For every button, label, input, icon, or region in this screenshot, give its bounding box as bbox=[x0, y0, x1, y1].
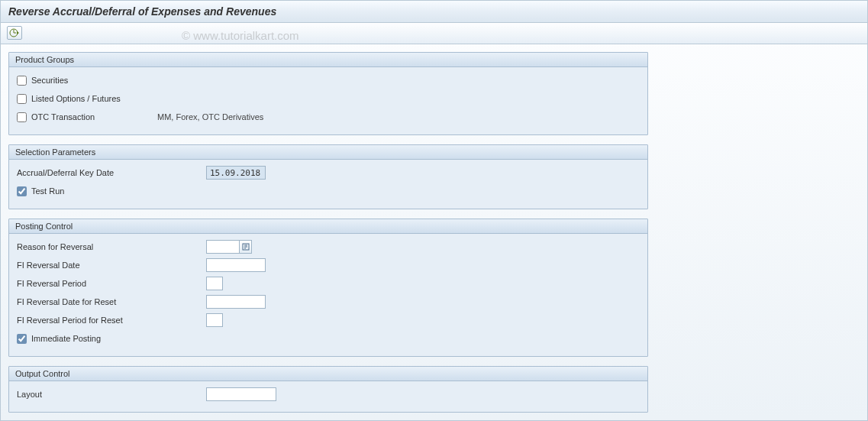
group-header-output: Output Control bbox=[9, 367, 647, 381]
execute-button[interactable] bbox=[7, 26, 22, 40]
title-text: Reverse Accrual/Deferral of Expenses and… bbox=[8, 5, 276, 18]
window: Reverse Accrual/Deferral of Expenses and… bbox=[0, 0, 868, 421]
label-listed: Listed Options / Futures bbox=[31, 94, 121, 103]
group-header-product: Product Groups bbox=[9, 53, 647, 67]
input-fi-reversal-date[interactable] bbox=[206, 258, 266, 272]
content-area: Product Groups Securities Listed Options… bbox=[1, 44, 867, 421]
label-keydate: Accrual/Deferral Key Date bbox=[17, 168, 206, 177]
checkbox-listed-options[interactable] bbox=[17, 94, 27, 104]
checkbox-otc[interactable] bbox=[17, 112, 27, 122]
label-layout: Layout bbox=[17, 390, 206, 399]
group-header-selection: Selection Parameters bbox=[9, 145, 647, 160]
toolbar bbox=[1, 23, 867, 44]
label-immediate: Immediate Posting bbox=[31, 334, 101, 343]
row-fi-date-reset: FI Reversal Date for Reset bbox=[17, 293, 640, 310]
input-reason-for-reversal[interactable] bbox=[206, 240, 240, 254]
input-fi-reversal-period-reset[interactable] bbox=[206, 313, 223, 327]
row-fi-period: FI Reversal Period bbox=[17, 275, 640, 292]
checkbox-securities[interactable] bbox=[17, 76, 27, 86]
row-fi-period-reset: FI Reversal Period for Reset bbox=[17, 312, 640, 329]
otc-description: MM, Forex, OTC Derivatives bbox=[157, 112, 263, 121]
row-immediate: Immediate Posting bbox=[17, 330, 640, 347]
label-fi-date: FI Reversal Date bbox=[17, 261, 206, 270]
label-fi-period-reset: FI Reversal Period for Reset bbox=[17, 316, 206, 325]
row-otc: OTC Transaction MM, Forex, OTC Derivativ… bbox=[17, 108, 640, 125]
label-testrun: Test Run bbox=[31, 186, 64, 196]
checkbox-immediate-posting[interactable] bbox=[17, 334, 27, 344]
f4-help-button[interactable] bbox=[240, 240, 252, 254]
input-layout[interactable] bbox=[206, 387, 276, 401]
group-header-posting: Posting Control bbox=[9, 219, 647, 234]
label-securities: Securities bbox=[31, 76, 68, 85]
row-listed: Listed Options / Futures bbox=[17, 90, 640, 107]
row-fi-date: FI Reversal Date bbox=[17, 257, 640, 274]
label-otc: OTC Transaction bbox=[31, 112, 95, 121]
group-product-groups: Product Groups Securities Listed Options… bbox=[8, 52, 648, 135]
row-testrun: Test Run bbox=[17, 183, 640, 199]
page-title: Reverse Accrual/Deferral of Expenses and… bbox=[1, 1, 867, 23]
input-fi-reversal-period[interactable] bbox=[206, 277, 223, 290]
checkbox-test-run[interactable] bbox=[17, 186, 27, 196]
label-reason: Reason for Reversal bbox=[17, 242, 206, 251]
input-fi-reversal-date-reset[interactable] bbox=[206, 295, 266, 309]
input-keydate[interactable]: 15.09.2018 bbox=[206, 166, 266, 180]
row-layout: Layout bbox=[17, 386, 640, 403]
label-fi-period: FI Reversal Period bbox=[17, 279, 206, 288]
group-selection-parameters: Selection Parameters Accrual/Deferral Ke… bbox=[8, 144, 648, 209]
label-fi-date-reset: FI Reversal Date for Reset bbox=[17, 297, 206, 306]
clock-execute-icon bbox=[9, 28, 20, 38]
row-reason: Reason for Reversal bbox=[17, 238, 640, 255]
row-keydate: Accrual/Deferral Key Date 15.09.2018 bbox=[17, 164, 640, 181]
group-output-control: Output Control Layout bbox=[8, 366, 648, 413]
f4-help-icon bbox=[242, 243, 250, 251]
row-securities: Securities bbox=[17, 72, 640, 89]
group-posting-control: Posting Control Reason for Reversal bbox=[8, 219, 648, 357]
